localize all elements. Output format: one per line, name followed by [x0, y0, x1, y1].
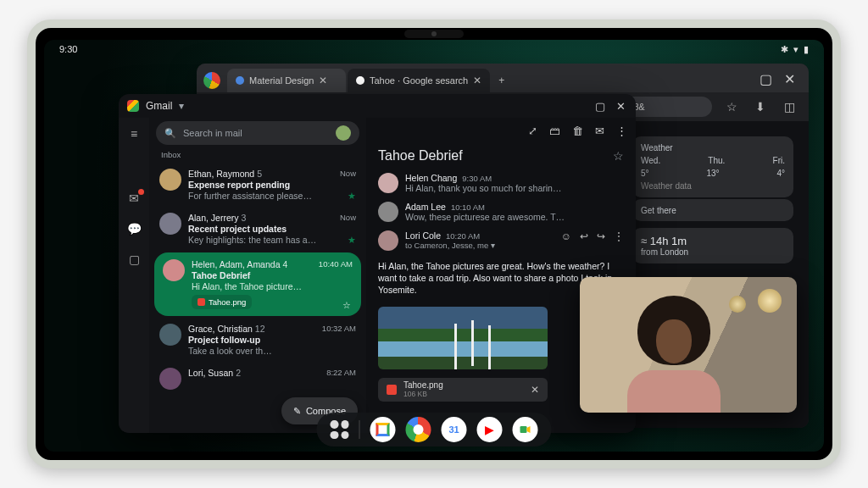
thread-item[interactable]: Lori, Susan28:22 AM	[149, 362, 366, 396]
mail-icon[interactable]: ✉	[126, 191, 142, 206]
sender-name: Helen Chang	[405, 173, 457, 183]
status-bar: 9:30 ✱ ▾ ▮	[44, 40, 824, 58]
weather-title: Weather	[641, 143, 785, 152]
taskbar-meet[interactable]	[513, 417, 538, 442]
attachment-name: Tahoe.png	[403, 380, 443, 390]
gmail-window[interactable]: Gmail ▾ ▢ ✕ ≡ ✉ 💬 ▢ 🔍 Search in mail	[119, 94, 636, 433]
recipients[interactable]: to Cameron, Jesse, me ▾	[405, 241, 554, 250]
video-call-pip[interactable]	[580, 277, 797, 413]
expand-icon[interactable]: ⤢	[528, 125, 537, 137]
emoji-icon[interactable]: ☺	[561, 230, 571, 251]
star-icon[interactable]: ☆	[342, 300, 351, 311]
thread-snippet: Hi Alan, the Tahoe picture…	[192, 281, 353, 291]
inbox-label: Inbox	[149, 150, 366, 163]
card-text: Get there	[641, 206, 676, 215]
star-icon[interactable]: ★	[348, 235, 356, 246]
taskbar-youtube[interactable]: ▶	[477, 417, 503, 442]
window-maximize-icon[interactable]: ▢	[760, 71, 772, 87]
search-placeholder: Search in mail	[183, 128, 242, 138]
thread-item[interactable]: Alan, Jerrery3Now Recent project updates…	[149, 207, 366, 251]
download-icon[interactable]: ⬇	[751, 100, 770, 114]
file-icon	[387, 385, 397, 395]
taskbar-gmail[interactable]	[370, 417, 396, 442]
tab-material-design[interactable]: Material Design ✕	[227, 69, 346, 92]
collapsed-message[interactable]: Helen Chang9:30 AM Hi Alan, thank you so…	[371, 169, 631, 197]
lamp-decor	[729, 296, 746, 313]
search-input[interactable]: 🔍 Search in mail	[156, 121, 359, 145]
bookmark-star-icon[interactable]: ☆	[722, 100, 741, 114]
extensions-icon[interactable]: ◫	[780, 100, 798, 114]
thread-list-pane: 🔍 Search in mail Inbox Ethan, Raymond5No…	[149, 118, 366, 433]
weather-card[interactable]: Weather Wed. Thu. Fri. 5° 13° 4° Weather…	[632, 136, 793, 197]
bluetooth-icon: ✱	[781, 44, 788, 55]
avatar	[378, 173, 398, 193]
inline-image[interactable]	[378, 307, 548, 369]
taskbar-calendar[interactable]: 31	[442, 417, 467, 442]
attachment-name: Tahoe.png	[209, 297, 246, 307]
more-icon[interactable]: ⋮	[614, 230, 624, 251]
camera-notch	[404, 30, 464, 38]
msg-snippet: Hi Alan, thank you so much for sharin…	[405, 183, 561, 193]
avatar	[159, 368, 181, 390]
screen: 9:30 ✱ ▾ ▮ Material Design ✕	[44, 40, 824, 452]
message-subject-row: Tahoe Debrief ☆	[366, 143, 636, 169]
avatar	[378, 202, 398, 222]
close-icon[interactable]: ✕	[531, 384, 539, 396]
msg-time: 9:30 AM	[462, 174, 492, 183]
message-toolbar: ⤢ 🗃 🗑 ✉ ⋮	[366, 118, 636, 143]
account-avatar[interactable]	[336, 125, 351, 141]
avatar	[159, 213, 181, 235]
tab-tahoe-search[interactable]: Tahoe · Google sesarch ✕	[348, 69, 490, 92]
avatar	[378, 230, 398, 251]
weather-footer: Weather data	[641, 181, 785, 191]
chrome-tabstrip: Material Design ✕ Tahoe · Google sesarch…	[197, 64, 809, 92]
pencil-icon: ✎	[293, 406, 301, 417]
star-icon[interactable]: ★	[348, 191, 356, 202]
thread-item[interactable]: Ethan, Raymond5Now Expense report pendin…	[149, 163, 366, 207]
thread-item[interactable]: Grace, Christian1210:32 AM Project follo…	[149, 318, 366, 362]
sender-name: Lori Cole	[405, 230, 441, 241]
taskbar-chrome[interactable]	[406, 417, 431, 442]
gmail-titlebar[interactable]: Gmail ▾ ▢ ✕	[119, 94, 636, 118]
new-tab-button[interactable]: +	[492, 75, 511, 86]
thread-time: 10:32 AM	[322, 324, 356, 334]
tab-close-icon[interactable]: ✕	[319, 75, 327, 86]
reply-all-icon[interactable]: ↪	[597, 230, 605, 251]
window-close-icon[interactable]: ✕	[784, 71, 795, 87]
more-icon[interactable]: ⋮	[616, 125, 627, 137]
app-drawer-button[interactable]	[331, 420, 349, 439]
collapsed-message[interactable]: Adam Lee10:10 AM Wow, these picturese ar…	[371, 197, 631, 226]
lamp-decor	[758, 289, 782, 313]
reply-icon[interactable]: ↩	[580, 230, 588, 251]
thread-subject: Project follow-up	[188, 335, 356, 345]
distance-card[interactable]: ≈ 14h 1m from London	[632, 228, 793, 263]
attachment-bar[interactable]: Tahoe.png 106 KB ✕	[378, 378, 548, 402]
menu-icon[interactable]: ≡	[126, 126, 142, 141]
distance-from: from London	[641, 247, 785, 257]
chrome-icon	[203, 72, 220, 89]
get-there-card[interactable]: Get there	[632, 199, 793, 221]
window-close-icon[interactable]: ✕	[614, 100, 627, 113]
star-icon[interactable]: ☆	[613, 149, 624, 163]
sender-name: Adam Lee	[405, 202, 446, 212]
chat-icon[interactable]: 💬	[126, 221, 142, 236]
archive-icon[interactable]: 🗃	[549, 125, 560, 137]
divider	[359, 420, 360, 439]
weather-day: Fri.	[773, 156, 785, 165]
window-maximize-icon[interactable]: ▢	[593, 100, 607, 113]
taskbar: 31 ▶	[317, 413, 552, 446]
msg-time: 10:10 AM	[451, 202, 485, 212]
open-message-header[interactable]: Lori Cole10:20 AM to Cameron, Jesse, me …	[371, 226, 631, 255]
thread-snippet: Key highlights: the team has a…	[188, 235, 356, 245]
avatar	[163, 259, 185, 281]
tab-close-icon[interactable]: ✕	[473, 75, 481, 86]
mark-unread-icon[interactable]: ✉	[595, 125, 604, 137]
meet-icon[interactable]: ▢	[126, 252, 142, 267]
delete-icon[interactable]: 🗑	[572, 125, 583, 137]
gmail-logo-icon	[127, 100, 139, 112]
thread-sender: Helen, Adam, Amanda	[192, 259, 280, 269]
chevron-down-icon[interactable]: ▾	[179, 100, 184, 112]
thread-item-selected[interactable]: Helen, Adam, Amanda410:40 AM Tahoe Debri…	[154, 252, 361, 316]
app-title: Gmail	[146, 100, 172, 112]
attachment-chip[interactable]: Tahoe.png	[192, 295, 252, 309]
